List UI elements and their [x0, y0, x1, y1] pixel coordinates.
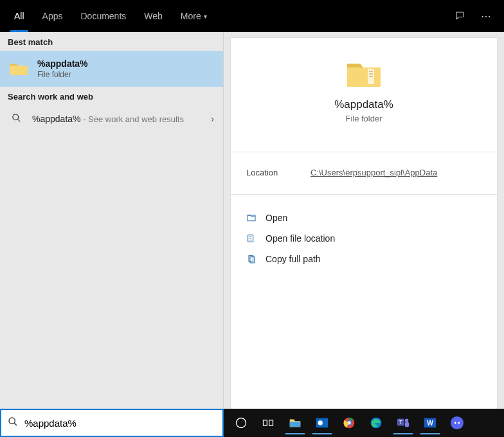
svg-point-24 — [405, 419, 409, 423]
svg-rect-15 — [290, 422, 301, 427]
taskbar-task-view[interactable] — [255, 410, 282, 436]
chrome-icon — [342, 416, 356, 430]
tab-more[interactable]: More▾ — [172, 0, 216, 32]
taskbar-file-explorer[interactable] — [282, 410, 309, 436]
preview-title: %appdata% — [334, 98, 393, 111]
svg-point-30 — [458, 422, 460, 424]
taskbar-edge[interactable] — [363, 410, 390, 436]
discord-icon — [450, 416, 464, 430]
search-icon — [8, 416, 18, 429]
tab-documents[interactable]: Documents — [71, 0, 135, 32]
action-label: Copy full path — [266, 254, 321, 264]
action-open[interactable]: Open — [246, 208, 482, 228]
svg-point-0 — [12, 114, 18, 120]
action-open-location[interactable]: Open file location — [246, 228, 482, 249]
file-explorer-icon — [288, 416, 302, 430]
svg-rect-8 — [249, 256, 253, 262]
tab-web[interactable]: Web — [135, 0, 172, 32]
best-match-result[interactable]: %appdata% File folder — [0, 51, 223, 87]
svg-point-10 — [9, 418, 15, 424]
cortana-icon — [234, 416, 248, 430]
tab-all[interactable]: All — [5, 0, 33, 32]
svg-rect-9 — [250, 257, 255, 263]
preview-header: %appdata% File folder — [246, 51, 482, 139]
svg-point-28 — [451, 416, 464, 429]
word-icon: W — [423, 416, 437, 430]
preview-pane-wrap: %appdata% File folder Location C:\Users\… — [224, 32, 504, 409]
svg-point-12 — [237, 418, 246, 428]
action-copy-path[interactable]: Copy full path — [246, 249, 482, 269]
search-flyout: All Apps Documents Web More▾ ⋯ Best matc… — [0, 0, 504, 437]
folder-icon — [9, 60, 28, 77]
svg-point-29 — [455, 422, 456, 424]
svg-line-11 — [14, 423, 17, 425]
location-label: Location — [246, 168, 310, 177]
divider — [231, 194, 497, 195]
more-options-icon[interactable]: ⋯ — [473, 10, 499, 22]
svg-point-17 — [318, 420, 323, 425]
web-result-hint: - See work and web results — [81, 114, 184, 124]
taskbar-chrome[interactable] — [336, 410, 363, 436]
result-subtitle: File folder — [37, 70, 88, 79]
search-web-header: Search work and web — [0, 87, 223, 105]
result-title: %appdata% — [37, 58, 88, 69]
taskbar: T W — [224, 409, 504, 437]
open-icon — [246, 213, 256, 223]
scope-tabs: All Apps Documents Web More▾ ⋯ — [0, 0, 504, 32]
preview-subtitle: File folder — [345, 114, 382, 123]
outlook-icon — [315, 416, 329, 430]
svg-line-1 — [17, 119, 20, 121]
svg-rect-25 — [405, 422, 409, 427]
edge-icon — [369, 416, 383, 430]
preview-actions: Open Open file location Copy full path — [246, 208, 482, 269]
location-row: Location C:\Users\erpsupport_sipl\AppDat… — [246, 165, 482, 181]
svg-text:T: T — [399, 420, 402, 425]
best-match-text: %appdata% File folder — [37, 58, 88, 79]
tab-label: More — [181, 11, 201, 21]
web-search-result[interactable]: %appdata% - See work and web results › — [0, 105, 223, 132]
chevron-right-icon: › — [211, 114, 214, 124]
bottom-row: T W — [0, 409, 504, 437]
taskbar-teams[interactable]: T — [390, 410, 417, 436]
svg-rect-13 — [264, 420, 267, 425]
web-result-query: %appdata% — [32, 114, 81, 124]
results-list: Best match %appdata% File folder Search … — [0, 32, 224, 409]
search-box[interactable] — [0, 409, 224, 437]
taskbar-discord[interactable] — [444, 410, 471, 436]
folder-icon — [346, 57, 382, 89]
copy-icon — [246, 254, 256, 264]
preview-pane: %appdata% File folder Location C:\Users\… — [230, 37, 498, 412]
taskbar-word[interactable]: W — [417, 410, 444, 436]
task-view-icon — [261, 416, 275, 430]
taskbar-outlook[interactable] — [309, 410, 336, 436]
tab-label: Web — [144, 11, 163, 21]
tab-label: All — [14, 11, 24, 21]
web-result-text: %appdata% - See work and web results — [32, 113, 184, 125]
chevron-down-icon: ▾ — [204, 13, 207, 20]
taskbar-cortana[interactable] — [228, 410, 255, 436]
teams-icon: T — [396, 416, 410, 430]
action-label: Open — [266, 213, 287, 223]
best-match-header: Best match — [0, 32, 223, 51]
tab-label: Apps — [42, 11, 63, 21]
svg-rect-14 — [269, 420, 273, 425]
action-label: Open file location — [266, 233, 335, 244]
feedback-icon[interactable] — [447, 10, 473, 22]
tab-apps[interactable]: Apps — [33, 0, 72, 32]
location-path[interactable]: C:\Users\erpsupport_sipl\AppData — [310, 168, 437, 177]
search-icon — [9, 113, 23, 125]
open-location-icon — [246, 233, 256, 244]
divider — [231, 152, 497, 152]
results-body: Best match %appdata% File folder Search … — [0, 32, 504, 409]
svg-text:W: W — [427, 420, 433, 427]
tab-label: Documents — [80, 11, 126, 21]
search-input[interactable] — [24, 418, 216, 429]
